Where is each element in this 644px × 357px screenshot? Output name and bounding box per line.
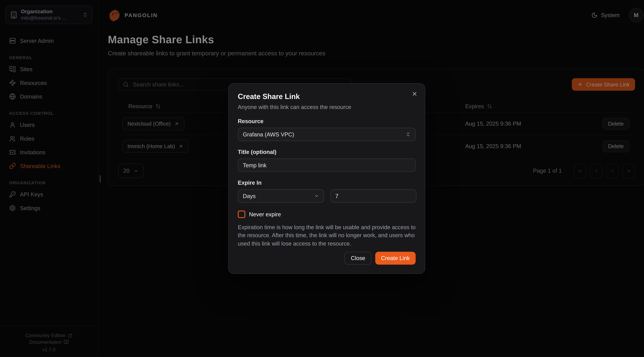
title-input-wrap — [238, 159, 416, 172]
chevrons-up-down-icon — [406, 132, 410, 137]
never-expire-label: Never expire — [249, 211, 281, 217]
expiration-help-text: Expiration time is how long the link wil… — [238, 223, 417, 248]
close-icon[interactable] — [412, 91, 418, 97]
modal-description: Anyone with this link can access the res… — [238, 104, 416, 110]
modal-close-button[interactable]: Close — [344, 252, 372, 265]
expire-field-label: Expire In — [238, 180, 416, 186]
expire-value-input[interactable] — [335, 193, 412, 199]
expire-value-wrap — [330, 189, 416, 203]
never-expire-row[interactable]: Never expire — [238, 211, 416, 218]
modal-submit-button[interactable]: Create Link — [375, 252, 416, 265]
resource-select-value: Grafana (AWS VPC) — [243, 131, 294, 137]
modal-title: Create Share Link — [238, 92, 416, 101]
title-field-label: Title (optional) — [238, 149, 416, 155]
expire-unit-value: Days — [243, 193, 256, 199]
resource-select[interactable]: Grafana (AWS VPC) — [238, 128, 416, 141]
expire-unit-select[interactable]: Days — [238, 189, 324, 203]
expire-row: Days — [238, 186, 416, 203]
app-root: Organization milo@fossorial.io's ... Ser… — [0, 0, 644, 357]
never-expire-checkbox[interactable] — [238, 211, 245, 218]
chevron-down-icon — [314, 193, 319, 198]
title-input[interactable] — [243, 162, 410, 168]
resource-field-label: Resource — [238, 118, 416, 124]
create-share-link-modal: Create Share Link Anyone with this link … — [228, 83, 425, 274]
modal-actions: Close Create Link — [344, 252, 416, 265]
